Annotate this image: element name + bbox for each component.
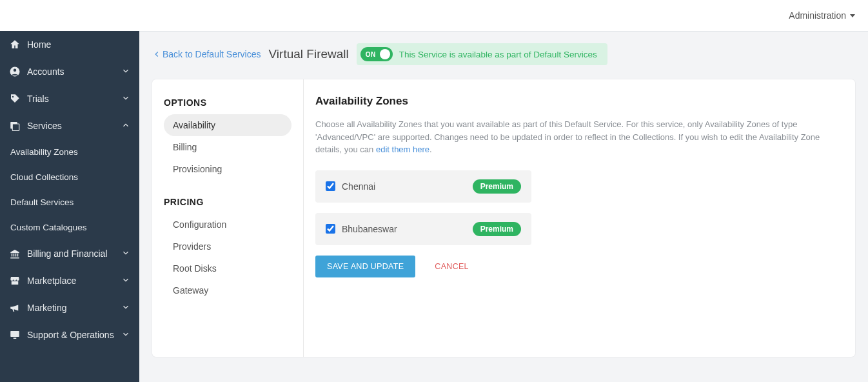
home-icon xyxy=(9,39,21,50)
zone-badge: Premium xyxy=(473,222,521,236)
administration-label: Administration xyxy=(789,10,846,21)
help-text: Choose all Availability Zones that you w… xyxy=(315,118,842,156)
chevron-down-icon xyxy=(121,330,130,341)
user-circle-icon xyxy=(9,66,21,77)
option-gateway[interactable]: Gateway xyxy=(164,279,291,301)
tag-icon xyxy=(9,93,21,105)
sidebar-item-services[interactable]: Services xyxy=(0,112,139,139)
option-configuration[interactable]: Configuration xyxy=(164,214,291,236)
chevron-down-icon xyxy=(121,66,130,77)
sidebar-label-marketing: Marketing xyxy=(27,303,66,313)
chevron-down-icon xyxy=(121,276,130,286)
sidebar-item-support-operations[interactable]: Support & Operations xyxy=(0,321,139,348)
administration-menu[interactable]: Administration xyxy=(789,10,855,21)
megaphone-icon xyxy=(9,302,21,314)
edit-availability-zone-link[interactable]: edit them here xyxy=(376,145,429,154)
svg-rect-5 xyxy=(10,331,19,337)
svg-rect-4 xyxy=(12,124,19,131)
sidebar-label-accounts: Accounts xyxy=(27,66,64,77)
save-and-update-button[interactable]: SAVE AND UPDATE xyxy=(315,256,415,277)
svg-rect-6 xyxy=(14,338,17,339)
option-provisioning[interactable]: Provisioning xyxy=(164,158,291,180)
sidebar-item-marketing[interactable]: Marketing xyxy=(0,294,139,321)
zone-row: Chennai Premium xyxy=(315,170,531,203)
monitor-icon xyxy=(9,329,21,341)
toggle-on-label: ON xyxy=(366,51,376,58)
chevron-down-icon xyxy=(121,94,130,105)
option-availability[interactable]: Availability xyxy=(164,114,291,136)
sidebar-item-home[interactable]: Home xyxy=(0,31,139,58)
page-title: Virtual Firewall xyxy=(269,47,349,61)
chevron-down-icon xyxy=(121,248,130,259)
zone-name: Chennai xyxy=(342,181,375,192)
sidebar-label-home: Home xyxy=(27,39,51,50)
sidebar-item-trials[interactable]: Trials xyxy=(0,85,139,112)
chevron-up-icon xyxy=(121,121,130,132)
sidebar-sub-cloud-collections[interactable]: Cloud Collections xyxy=(0,165,139,190)
back-to-default-services-link[interactable]: Back to Default Services xyxy=(152,49,261,59)
sidebar-item-billing-financial[interactable]: Billing and Financial xyxy=(0,240,139,267)
cancel-button[interactable]: CANCEL xyxy=(435,262,469,271)
bank-icon xyxy=(9,248,21,259)
zone-badge: Premium xyxy=(473,179,521,194)
service-enabled-toggle[interactable]: ON xyxy=(360,47,393,61)
store-icon xyxy=(9,275,21,286)
content-area: Back to Default Services Virtual Firewal… xyxy=(139,31,868,382)
main-panel: Availability Zones Choose all Availabili… xyxy=(304,79,855,357)
sidebar-item-marketplace[interactable]: Marketplace xyxy=(0,267,139,294)
pricing-heading: PRICING xyxy=(164,197,291,207)
status-text: This Service is available as part of Def… xyxy=(399,50,597,59)
svg-point-2 xyxy=(12,96,14,97)
sidebar-sub-availability-zones[interactable]: Availability Zones xyxy=(0,139,139,165)
sidebar-label-billing: Billing and Financial xyxy=(27,248,108,259)
sidebar-sub-custom-catalogues[interactable]: Custom Catalogues xyxy=(0,215,139,240)
sidebar-label-trials: Trials xyxy=(27,94,49,104)
zone-name: Bhubaneswar xyxy=(342,224,397,234)
back-link-label: Back to Default Services xyxy=(163,49,261,59)
zone-checkbox-chennai[interactable] xyxy=(326,181,335,191)
chevron-down-icon xyxy=(121,303,130,314)
option-billing[interactable]: Billing xyxy=(164,136,291,158)
zone-row: Bhubaneswar Premium xyxy=(315,213,531,245)
layers-icon xyxy=(9,120,21,132)
option-providers[interactable]: Providers xyxy=(164,236,291,257)
toggle-knob-icon xyxy=(380,49,390,59)
options-panel: OPTIONS Availability Billing Provisionin… xyxy=(152,79,304,357)
sidebar: Home Accounts Trials Services xyxy=(0,31,139,382)
sidebar-sub-default-services[interactable]: Default Services xyxy=(0,190,139,215)
sidebar-label-services: Services xyxy=(27,121,62,131)
sidebar-label-marketplace: Marketplace xyxy=(27,276,76,286)
svg-point-1 xyxy=(14,69,17,72)
option-root-disks[interactable]: Root Disks xyxy=(164,257,291,279)
caret-down-icon xyxy=(850,14,855,17)
sidebar-label-support: Support & Operations xyxy=(27,330,114,340)
section-title: Availability Zones xyxy=(315,95,842,108)
service-status-pill: ON This Service is available as part of … xyxy=(357,43,607,65)
sidebar-item-accounts[interactable]: Accounts xyxy=(0,58,139,85)
zone-checkbox-bhubaneswar[interactable] xyxy=(326,224,335,234)
options-heading: OPTIONS xyxy=(164,97,291,108)
